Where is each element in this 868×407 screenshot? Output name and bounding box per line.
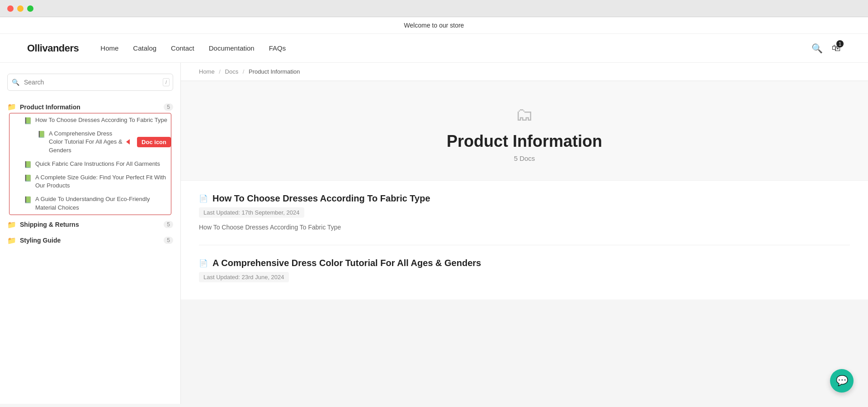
sidebar-category-product-information: 📁 Product Information 5 📗 How To Choose …: [0, 100, 180, 218]
search-shortcut: /: [163, 78, 170, 86]
category-header-styling[interactable]: 📁 Styling Guide 5: [7, 236, 173, 245]
tooltip-arrow: [126, 139, 130, 145]
doc-icon-5: 📗: [24, 196, 32, 203]
category-hero: 🗂 Product Information 5 Docs: [181, 82, 868, 181]
category-header-product-information[interactable]: 📁 Product Information 5: [7, 103, 173, 111]
doc-item-excerpt-1: How To Choose Dresses According To Fabri…: [199, 222, 850, 232]
folder-icon-styling: 📁: [7, 236, 16, 245]
doc-item-meta-1: Last Updated: 17th September, 2024: [199, 207, 304, 218]
highlighted-items-group: 📗 How To Choose Dresses According To Fab…: [9, 113, 171, 215]
sidebar-items-product-information: 📗 How To Choose Dresses According To Fab…: [20, 113, 171, 215]
doc-item-2: 📄 A Comprehensive Dress Color Tutorial F…: [199, 245, 850, 299]
main-content: Home / Docs / Product Information 🗂 Prod…: [181, 63, 868, 404]
window-chrome: [0, 0, 868, 17]
header-left: Ollivanders Home Catalog Contact Documen…: [27, 42, 286, 54]
header-right: 🔍 🛍 1: [811, 43, 841, 54]
announcement-bar: Welcome to our store: [0, 17, 868, 34]
doc-item-title-2[interactable]: A Comprehensive Dress Color Tutorial For…: [212, 258, 481, 268]
traffic-light-red[interactable]: [7, 5, 14, 12]
hero-subtitle: 5 Docs: [199, 154, 850, 162]
sidebar-item-doc-2[interactable]: 📗 A Comprehensive Dress Color Tutorial F…: [34, 128, 126, 156]
search-input[interactable]: [7, 74, 173, 91]
breadcrumb-sep-2: /: [243, 68, 245, 75]
hero-title: Product Information: [199, 132, 850, 151]
search-icon-left: 🔍: [12, 79, 19, 86]
breadcrumb: Home / Docs / Product Information: [181, 63, 868, 81]
doc-item-1: 📄 How To Choose Dresses According To Fab…: [199, 181, 850, 245]
sidebar-item-text-doc-4: A Complete Size Guide: Find Your Perfect…: [35, 173, 167, 190]
nav-documentation[interactable]: Documentation: [209, 44, 255, 52]
sidebar-item-text-doc-2: A Comprehensive Dress Color Tutorial For…: [49, 130, 123, 154]
traffic-light-yellow[interactable]: [17, 5, 24, 12]
traffic-light-green[interactable]: [27, 5, 33, 12]
search-container: 🔍 /: [7, 74, 173, 91]
sidebar-item-text-doc-5: A Guide To Understanding Our Eco-Friendl…: [35, 195, 167, 211]
folder-icon: 📁: [7, 103, 16, 111]
tooltip-row: 📗 A Comprehensive Dress Color Tutorial F…: [34, 128, 171, 156]
category-name-styling: Styling Guide: [20, 237, 160, 244]
doc-icon-1: 📗: [24, 117, 32, 124]
cart-icon[interactable]: 🛍 1: [832, 43, 841, 53]
search-icon[interactable]: 🔍: [811, 43, 823, 54]
doc-list: 📄 How To Choose Dresses According To Fab…: [181, 181, 868, 299]
main-nav: Home Catalog Contact Documentation FAQs: [100, 44, 286, 52]
sidebar-item-doc-1[interactable]: 📗 How To Choose Dresses According To Fab…: [20, 113, 171, 127]
nav-faqs[interactable]: FAQs: [269, 44, 286, 52]
category-count-styling: 5: [164, 237, 173, 244]
logo[interactable]: Ollivanders: [27, 42, 79, 54]
breadcrumb-home[interactable]: Home: [199, 68, 215, 75]
traffic-lights: [7, 5, 33, 12]
category-count-shipping: 5: [164, 221, 173, 228]
breadcrumb-current: Product Information: [249, 68, 300, 75]
hero-folder-icon: 🗂: [199, 104, 850, 125]
header: Ollivanders Home Catalog Contact Documen…: [0, 34, 868, 63]
sidebar-item-text-doc-3: Quick Fabric Care Instructions For All G…: [35, 160, 160, 168]
category-name-product-information: Product Information: [20, 103, 160, 111]
sidebar-item-doc-3[interactable]: 📗 Quick Fabric Care Instructions For All…: [20, 157, 171, 171]
nav-contact[interactable]: Contact: [171, 44, 194, 52]
doc-item-title-row-1: 📄 How To Choose Dresses According To Fab…: [199, 193, 850, 204]
nav-catalog[interactable]: Catalog: [133, 44, 156, 52]
doc-icon-4: 📗: [24, 174, 32, 182]
announcement-text: Welcome to our store: [404, 22, 464, 29]
nav-home[interactable]: Home: [100, 44, 118, 52]
doc-icon-2: 📗: [38, 131, 45, 138]
category-header-shipping[interactable]: 📁 Shipping & Returns 5: [7, 220, 173, 229]
doc-item-icon-2: 📄: [199, 259, 208, 267]
doc-icon-3: 📗: [24, 161, 32, 168]
folder-icon-shipping: 📁: [7, 220, 16, 229]
breadcrumb-sep-1: /: [219, 68, 221, 75]
doc-item-icon-1: 📄: [199, 194, 208, 203]
category-count-product-information: 5: [164, 103, 173, 111]
sidebar-category-shipping: 📁 Shipping & Returns 5: [0, 218, 180, 234]
main-layout: 🔍 / 📁 Product Information 5 📗 How To Cho…: [0, 63, 868, 404]
category-name-shipping: Shipping & Returns: [20, 221, 160, 228]
doc-icon-tooltip: Doc icon: [137, 137, 171, 147]
sidebar-item-doc-4[interactable]: 📗 A Complete Size Guide: Find Your Perfe…: [20, 171, 171, 192]
doc-item-meta-2: Last Updated: 23rd June, 2024: [199, 272, 289, 282]
sidebar-item-doc-5[interactable]: 📗 A Guide To Understanding Our Eco-Frien…: [20, 192, 171, 214]
sidebar-category-styling: 📁 Styling Guide 5: [0, 234, 180, 249]
cart-badge: 1: [836, 40, 844, 47]
doc-item-title-row-2: 📄 A Comprehensive Dress Color Tutorial F…: [199, 258, 850, 268]
breadcrumb-docs[interactable]: Docs: [225, 68, 239, 75]
sidebar-item-text-doc-1: How To Choose Dresses According To Fabri…: [35, 116, 167, 124]
sidebar: 🔍 / 📁 Product Information 5 📗 How To Cho…: [0, 63, 181, 404]
chat-button[interactable]: 💬: [830, 369, 854, 393]
doc-item-title-1[interactable]: How To Choose Dresses According To Fabri…: [212, 193, 430, 204]
chat-icon: 💬: [836, 375, 848, 387]
